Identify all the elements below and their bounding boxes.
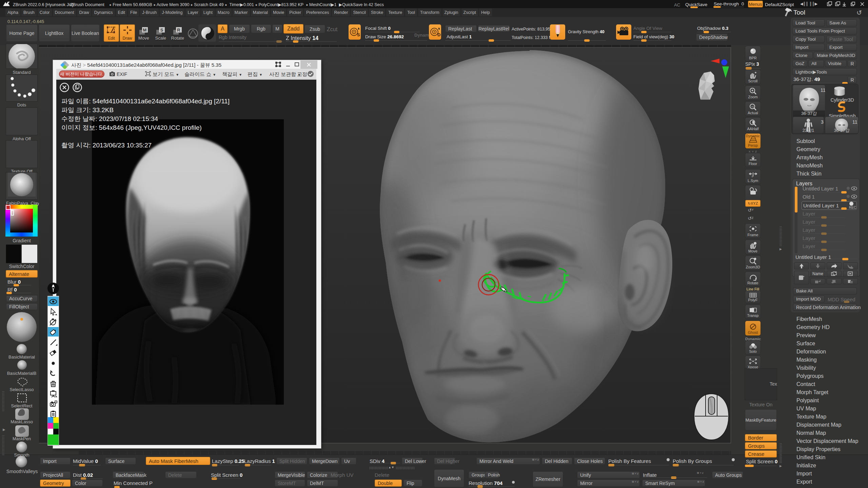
svg-text:x1: x1 [751,105,754,108]
svg-text:R: R [177,27,180,33]
svg-text:D: D [437,32,440,37]
svg-text:L: L [752,175,753,178]
svg-text:S: S [357,32,360,37]
svg-text:S: S [160,27,163,33]
svg-text:M: M [143,27,147,33]
